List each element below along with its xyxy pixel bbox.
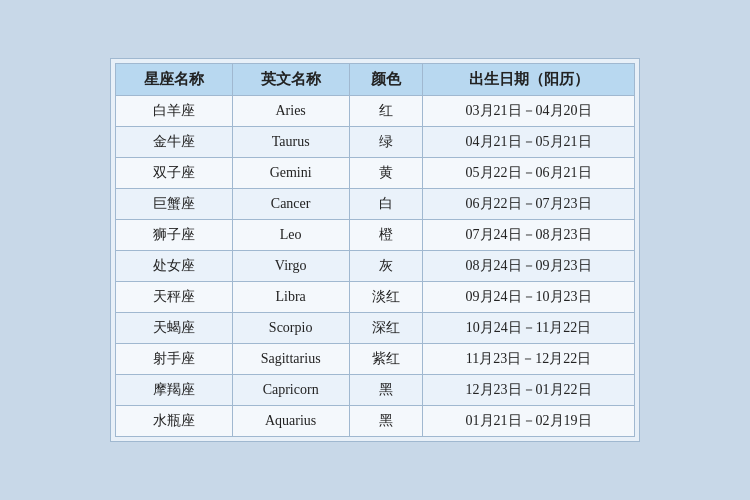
cell-r1-c3: 04月21日－05月21日 xyxy=(423,127,635,158)
cell-r9-c0: 摩羯座 xyxy=(116,375,233,406)
cell-r10-c1: Aquarius xyxy=(232,406,349,437)
table-row: 白羊座Aries红03月21日－04月20日 xyxy=(116,96,635,127)
table-row: 双子座Gemini黄05月22日－06月21日 xyxy=(116,158,635,189)
table-header-row: 星座名称 英文名称 颜色 出生日期（阳历） xyxy=(116,64,635,96)
cell-r4-c2: 橙 xyxy=(349,220,423,251)
col-header-english-name: 英文名称 xyxy=(232,64,349,96)
cell-r7-c0: 天蝎座 xyxy=(116,313,233,344)
cell-r1-c0: 金牛座 xyxy=(116,127,233,158)
col-header-color: 颜色 xyxy=(349,64,423,96)
cell-r10-c3: 01月21日－02月19日 xyxy=(423,406,635,437)
cell-r8-c0: 射手座 xyxy=(116,344,233,375)
cell-r9-c2: 黑 xyxy=(349,375,423,406)
cell-r1-c2: 绿 xyxy=(349,127,423,158)
cell-r5-c1: Virgo xyxy=(232,251,349,282)
cell-r10-c0: 水瓶座 xyxy=(116,406,233,437)
table-row: 狮子座Leo橙07月24日－08月23日 xyxy=(116,220,635,251)
table-row: 巨蟹座Cancer白06月22日－07月23日 xyxy=(116,189,635,220)
cell-r6-c1: Libra xyxy=(232,282,349,313)
cell-r4-c3: 07月24日－08月23日 xyxy=(423,220,635,251)
table-row: 摩羯座Capricorn黑12月23日－01月22日 xyxy=(116,375,635,406)
cell-r8-c3: 11月23日－12月22日 xyxy=(423,344,635,375)
col-header-chinese-name: 星座名称 xyxy=(116,64,233,96)
table-body: 白羊座Aries红03月21日－04月20日金牛座Taurus绿04月21日－0… xyxy=(116,96,635,437)
cell-r3-c3: 06月22日－07月23日 xyxy=(423,189,635,220)
table-row: 处女座Virgo灰08月24日－09月23日 xyxy=(116,251,635,282)
cell-r0-c2: 红 xyxy=(349,96,423,127)
zodiac-table: 星座名称 英文名称 颜色 出生日期（阳历） 白羊座Aries红03月21日－04… xyxy=(115,63,635,437)
cell-r3-c1: Cancer xyxy=(232,189,349,220)
cell-r7-c1: Scorpio xyxy=(232,313,349,344)
cell-r5-c2: 灰 xyxy=(349,251,423,282)
cell-r5-c0: 处女座 xyxy=(116,251,233,282)
cell-r6-c0: 天秤座 xyxy=(116,282,233,313)
table-row: 水瓶座Aquarius黑01月21日－02月19日 xyxy=(116,406,635,437)
cell-r3-c0: 巨蟹座 xyxy=(116,189,233,220)
cell-r6-c2: 淡红 xyxy=(349,282,423,313)
cell-r10-c2: 黑 xyxy=(349,406,423,437)
cell-r3-c2: 白 xyxy=(349,189,423,220)
table-row: 射手座Sagittarius紫红11月23日－12月22日 xyxy=(116,344,635,375)
cell-r7-c3: 10月24日－11月22日 xyxy=(423,313,635,344)
table-row: 金牛座Taurus绿04月21日－05月21日 xyxy=(116,127,635,158)
cell-r2-c0: 双子座 xyxy=(116,158,233,189)
table-row: 天秤座Libra淡红09月24日－10月23日 xyxy=(116,282,635,313)
cell-r0-c3: 03月21日－04月20日 xyxy=(423,96,635,127)
cell-r9-c3: 12月23日－01月22日 xyxy=(423,375,635,406)
cell-r2-c3: 05月22日－06月21日 xyxy=(423,158,635,189)
cell-r8-c2: 紫红 xyxy=(349,344,423,375)
cell-r6-c3: 09月24日－10月23日 xyxy=(423,282,635,313)
cell-r0-c0: 白羊座 xyxy=(116,96,233,127)
zodiac-table-container: 星座名称 英文名称 颜色 出生日期（阳历） 白羊座Aries红03月21日－04… xyxy=(110,58,640,442)
col-header-birthdate: 出生日期（阳历） xyxy=(423,64,635,96)
cell-r9-c1: Capricorn xyxy=(232,375,349,406)
cell-r2-c1: Gemini xyxy=(232,158,349,189)
cell-r4-c1: Leo xyxy=(232,220,349,251)
cell-r1-c1: Taurus xyxy=(232,127,349,158)
cell-r7-c2: 深红 xyxy=(349,313,423,344)
cell-r5-c3: 08月24日－09月23日 xyxy=(423,251,635,282)
cell-r8-c1: Sagittarius xyxy=(232,344,349,375)
cell-r4-c0: 狮子座 xyxy=(116,220,233,251)
table-row: 天蝎座Scorpio深红10月24日－11月22日 xyxy=(116,313,635,344)
cell-r0-c1: Aries xyxy=(232,96,349,127)
cell-r2-c2: 黄 xyxy=(349,158,423,189)
